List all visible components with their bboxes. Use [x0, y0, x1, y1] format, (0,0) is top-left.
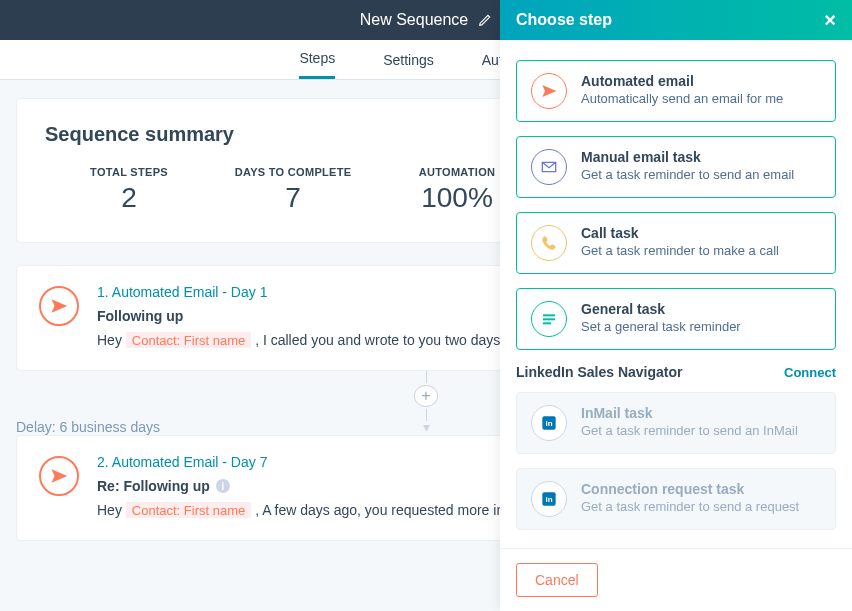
svg-rect-2: [543, 322, 551, 324]
tab-settings[interactable]: Settings: [383, 40, 434, 79]
list-icon: [531, 301, 567, 337]
contact-token: Contact: First name: [126, 332, 251, 348]
contact-token: Contact: First name: [126, 502, 251, 518]
option-desc: Automatically send an email for me: [581, 91, 821, 106]
option-desc: Get a task reminder to send an email: [581, 167, 821, 182]
section-title: LinkedIn Sales Navigator: [516, 364, 683, 380]
send-icon: [39, 286, 79, 326]
tab-steps[interactable]: Steps: [299, 40, 335, 79]
pencil-icon[interactable]: [478, 13, 492, 27]
option-desc: Get a task reminder to send a request: [581, 499, 821, 514]
sequence-title: New Sequence: [360, 11, 469, 29]
option-general-task[interactable]: General task Set a general task reminder: [516, 288, 836, 350]
linkedin-icon: in: [531, 405, 567, 441]
stat-total-steps: TOTAL STEPS 2: [69, 166, 189, 214]
svg-text:in: in: [545, 419, 552, 428]
stat-label: TOTAL STEPS: [69, 166, 189, 178]
linkedin-section-header: LinkedIn Sales Navigator Connect: [516, 364, 836, 380]
stat-automation: AUTOMATION 100%: [397, 166, 517, 214]
send-icon: [39, 456, 79, 496]
option-title: Connection request task: [581, 481, 821, 497]
envelope-icon: [531, 149, 567, 185]
option-title: Manual email task: [581, 149, 821, 165]
info-icon[interactable]: i: [216, 479, 230, 493]
close-icon[interactable]: ×: [824, 10, 836, 30]
delay-label: Delay:: [16, 419, 56, 435]
option-inmail-task: in InMail task Get a task reminder to se…: [516, 392, 836, 454]
stat-value: 2: [69, 182, 189, 214]
stat-label: DAYS TO COMPLETE: [233, 166, 353, 178]
panel-title: Choose step: [516, 11, 612, 29]
subject-text: Re: Following up: [97, 478, 210, 494]
panel-footer: Cancel: [500, 548, 852, 611]
subject-text: Following up: [97, 308, 183, 324]
panel-header: Choose step ×: [500, 0, 852, 40]
svg-rect-1: [543, 318, 555, 320]
stat-label: AUTOMATION: [397, 166, 517, 178]
body-pre: Hey: [97, 502, 126, 518]
arrow-down-icon: ▾: [423, 419, 430, 435]
connector-line: [426, 371, 427, 383]
connect-link[interactable]: Connect: [784, 365, 836, 380]
option-automated-email[interactable]: Automated email Automatically send an em…: [516, 60, 836, 122]
delay-row: Delay: 6 business days: [16, 419, 160, 435]
option-desc: Get a task reminder to send an InMail: [581, 423, 821, 438]
phone-icon: [531, 225, 567, 261]
body-pre: Hey: [97, 332, 126, 348]
option-title: Call task: [581, 225, 821, 241]
cancel-button[interactable]: Cancel: [516, 563, 598, 597]
option-title: InMail task: [581, 405, 821, 421]
stat-value: 7: [233, 182, 353, 214]
linkedin-icon: in: [531, 481, 567, 517]
stat-days: DAYS TO COMPLETE 7: [233, 166, 353, 214]
option-desc: Set a general task reminder: [581, 319, 821, 334]
svg-rect-0: [543, 314, 555, 316]
add-step-button[interactable]: +: [414, 385, 438, 406]
delay-value[interactable]: 6 business days: [60, 419, 160, 435]
send-icon: [531, 73, 567, 109]
panel-body: Automated email Automatically send an em…: [500, 40, 852, 548]
option-title: General task: [581, 301, 821, 317]
choose-step-panel: Choose step × Automated email Automatica…: [500, 0, 852, 611]
option-call-task[interactable]: Call task Get a task reminder to make a …: [516, 212, 836, 274]
stat-value: 100%: [397, 182, 517, 214]
svg-text:in: in: [545, 495, 552, 504]
option-connection-request: in Connection request task Get a task re…: [516, 468, 836, 530]
option-manual-email[interactable]: Manual email task Get a task reminder to…: [516, 136, 836, 198]
option-desc: Get a task reminder to make a call: [581, 243, 821, 258]
option-title: Automated email: [581, 73, 821, 89]
